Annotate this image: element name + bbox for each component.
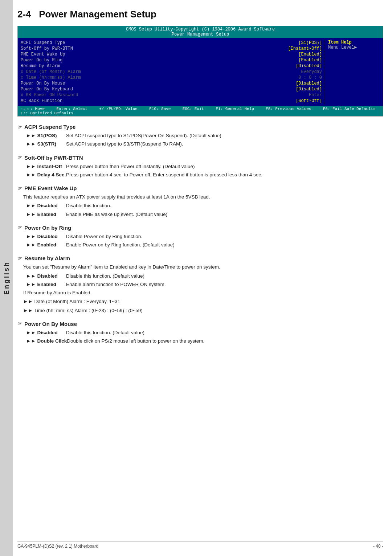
bullet-label: ►► S1(POS) xyxy=(26,132,66,139)
bullet-label: ►► Disabled xyxy=(26,273,66,280)
bios-row: x KB Power ON PasswordEnter xyxy=(21,92,322,98)
bios-footer-item: +/-/PU/PD: Value xyxy=(99,107,138,111)
extra-line: ►► Date (of Month) Alarm : Everyday, 1~3… xyxy=(23,298,383,305)
sidebar-tab: English xyxy=(0,0,13,556)
bios-footer-item: F6: Fail-Safe Defaults xyxy=(323,107,376,111)
bullet-desc: Press power button 4 sec. to Power off. … xyxy=(66,171,383,179)
section-heading-text: Soft-Off by PWR-BTTN xyxy=(24,155,83,161)
extra-line: If Resume by Alarm is Enabled. xyxy=(23,289,383,297)
bullet-desc: Disable this function. xyxy=(66,202,383,209)
bullet-desc: Enable PME as wake up event. (Default va… xyxy=(66,211,383,218)
section-heading-soft-off-pwr-bttn: ☞Soft-Off by PWR-BTTN xyxy=(17,155,383,161)
bullet-desc: Enable alarm function to POWER ON system… xyxy=(66,281,383,288)
bullet-desc: Press power button then Power off instan… xyxy=(66,163,383,170)
bios-row: x Date (of Month) AlarmEveryday xyxy=(21,69,322,75)
bullet-row: ►► EnabledEnable PME as wake up event. (… xyxy=(26,211,383,218)
bios-row: PME Event Wake Up[Enabled] xyxy=(21,52,322,57)
bios-footer-item: F10: Save xyxy=(149,107,171,111)
arrow-icon: ☞ xyxy=(17,155,22,160)
bios-help-text: Menu Level► xyxy=(328,45,380,50)
footer-left: GA-945PLM-(D)S2 (rev. 2.1) Motherboard xyxy=(17,544,98,549)
bios-row: AC Back Function[Soft-Off] xyxy=(21,98,322,104)
bullet-label: ►► Double Click xyxy=(26,338,67,345)
title-text: Power Management Setup xyxy=(39,9,156,20)
bios-row: Power On By Keyboard[Disabled] xyxy=(21,86,322,92)
bullet-desc: Disable this function. (Default value) xyxy=(66,329,383,336)
arrow-icon: ☞ xyxy=(17,225,22,230)
bullet-desc: Enable Power on by Ring function. (Defau… xyxy=(66,241,383,249)
bios-header-line1: CMOS Setup Utility-Copyright (C) 1984-20… xyxy=(18,27,383,32)
arrow-icon: ☞ xyxy=(17,255,22,261)
sections-container: ☞ACPI Suspend Type►► S1(POS)Set ACPI sus… xyxy=(17,124,383,345)
arrow-icon: ☞ xyxy=(17,321,22,327)
section-heading-acpi-suspend-type: ☞ACPI Suspend Type xyxy=(17,124,383,130)
bios-header-line2: Power Management Setup xyxy=(18,32,383,37)
section-heading-text: PME Event Wake Up xyxy=(24,185,77,191)
bullet-label: ►► S3(STR) xyxy=(26,140,66,148)
bios-right-panel: Item Help Menu Level► xyxy=(325,39,383,105)
section-heading-text: ACPI Suspend Type xyxy=(24,124,75,130)
bullet-row: ►► DisabledDisable Power on by Ring func… xyxy=(26,233,383,240)
bios-footer-item: ESC: Exit xyxy=(183,107,204,111)
bullet-desc: Set ACPI suspend type to S1/POS(Power On… xyxy=(66,132,383,139)
bullet-row: ►► EnabledEnable alarm function to POWER… xyxy=(26,281,383,288)
bullet-desc: Double click on PS/2 mouse left button t… xyxy=(67,338,383,345)
bios-row: x Time (hh:mm:ss) Alarm0 : 0 : 0 xyxy=(21,75,322,81)
bios-row: ACPI Suspend Type[S1(POS)] xyxy=(21,40,322,46)
bullet-row: ►► S3(STR)Set ACPI suspend type to S3/ST… xyxy=(26,140,383,148)
arrow-icon: ☞ xyxy=(17,185,22,191)
bullet-label: ►► Enabled xyxy=(26,241,66,249)
sidebar-label: English xyxy=(3,261,11,295)
bios-footer-item: ↑↓→←: Move xyxy=(21,107,45,111)
section-heading-pme-event-wake-up: ☞PME Event Wake Up xyxy=(17,185,383,191)
extra-line: ►► Time (hh: mm: ss) Alarm : (0~23) : (0… xyxy=(23,307,383,314)
bios-footer-item: F7: Optimized Defaults xyxy=(21,111,73,115)
bios-row: Soft-Off by PWR-BTTN[Instant-Off] xyxy=(21,46,322,52)
bullet-label: ►► Instant-Off xyxy=(26,163,66,170)
arrow-icon: ☞ xyxy=(17,124,22,130)
section-desc: This feature requires an ATX power suppl… xyxy=(23,193,383,201)
bullet-row: ►► DisabledDisable this function. (Defau… xyxy=(26,329,383,336)
bullet-desc: Disable this function. (Default value) xyxy=(66,273,383,280)
bios-body: ACPI Suspend Type[S1(POS)]Soft-Off by PW… xyxy=(18,38,383,106)
section-heading-text: Power On By Mouse xyxy=(24,321,77,327)
section-desc: You can set "Resume by Alarm" item to En… xyxy=(23,263,383,271)
bullet-row: ►► EnabledEnable Power on by Ring functi… xyxy=(26,241,383,249)
page-title: 2-4 Power Management Setup xyxy=(17,9,383,20)
bullet-label: ►► Enabled xyxy=(26,281,66,288)
bullet-desc: Set ACPI suspend type to S3/STR(Suspend … xyxy=(66,140,383,148)
bullet-row: ►► DisabledDisable this function. xyxy=(26,202,383,209)
main-content: 2-4 Power Management Setup CMOS Setup Ut… xyxy=(17,0,383,360)
bios-footer: ↑↓→←: MoveEnter: Select+/-/PU/PD: ValueF… xyxy=(18,106,383,116)
bios-row: Power On By Mouse[Disabled] xyxy=(21,81,322,86)
bios-footer-item: F5: Previous Values xyxy=(266,107,311,111)
section-heading-power-on-by-ring: ☞Power On by Ring xyxy=(17,225,383,231)
page-footer: GA-945PLM-(D)S2 (rev. 2.1) Motherboard -… xyxy=(17,541,383,549)
bullet-row: ►► DisabledDisable this function. (Defau… xyxy=(26,273,383,280)
footer-right: - 40 - xyxy=(373,544,383,549)
section-heading-power-on-by-mouse: ☞Power On By Mouse xyxy=(17,321,383,327)
section-heading-text: Power On by Ring xyxy=(24,225,71,231)
bullet-row: ►► Double ClickDouble click on PS/2 mous… xyxy=(26,338,383,345)
bullet-label: ►► Disabled xyxy=(26,233,66,240)
bios-footer-item: Enter: Select xyxy=(56,107,87,111)
bios-left-panel: ACPI Suspend Type[S1(POS)]Soft-Off by PW… xyxy=(18,39,325,105)
bios-header: CMOS Setup Utility-Copyright (C) 1984-20… xyxy=(18,26,383,38)
section-number: 2-4 xyxy=(17,9,31,20)
bullet-row: ►► S1(POS)Set ACPI suspend type to S1/PO… xyxy=(26,132,383,139)
bullet-desc: Disable Power on by Ring function. xyxy=(66,233,383,240)
bullet-row: ►► Delay 4 Sec.Press power button 4 sec.… xyxy=(26,171,383,179)
bullet-label: ►► Disabled xyxy=(26,329,66,336)
section-heading-resume-by-alarm: ☞Resume by Alarm xyxy=(17,255,383,261)
bios-row: Resume by Alarm[Disabled] xyxy=(21,63,322,69)
bullet-label: ►► Enabled xyxy=(26,211,66,218)
bios-row: Power On by Ring[Enabled] xyxy=(21,57,322,63)
section-heading-text: Resume by Alarm xyxy=(24,255,70,261)
bullet-label: ►► Delay 4 Sec. xyxy=(26,171,66,179)
bullet-label: ►► Disabled xyxy=(26,202,66,209)
bios-footer-item: F1: General Help xyxy=(216,107,254,111)
bios-help-title: Item Help xyxy=(328,40,380,45)
bios-screen: CMOS Setup Utility-Copyright (C) 1984-20… xyxy=(17,26,383,116)
bullet-row: ►► Instant-OffPress power button then Po… xyxy=(26,163,383,170)
